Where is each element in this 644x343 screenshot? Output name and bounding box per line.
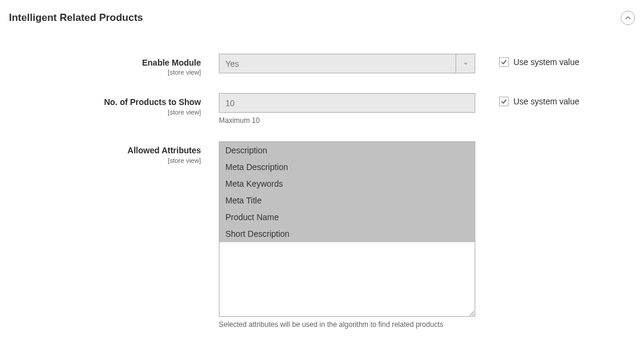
use-system-checkbox-enable-module[interactable] — [499, 57, 509, 67]
option-meta-keywords[interactable]: Meta Keywords — [219, 175, 475, 192]
label-col: No. of Products to Show [store view] — [9, 93, 219, 116]
enable-module-value: Yes — [219, 54, 475, 73]
helper-allowed-attributes: Selected attributes will be used in the … — [219, 320, 475, 329]
products-to-show-input — [219, 93, 475, 113]
form-content: Enable Module [store view] Yes Use syste… — [0, 36, 644, 343]
field-col: Description Meta Description Meta Keywor… — [219, 141, 475, 329]
scope-products-to-show: [store view] — [9, 108, 201, 116]
label-enable-module: Enable Module — [9, 57, 201, 68]
row-allowed-attributes: Allowed Attributes [store view] Descript… — [9, 141, 635, 329]
helper-products-to-show: Maximum 10 — [219, 116, 475, 125]
label-col: Allowed Attributes [store view] — [9, 141, 219, 164]
option-meta-description[interactable]: Meta Description — [219, 159, 475, 175]
chevron-up-icon — [625, 15, 631, 21]
scope-enable-module: [store view] — [9, 68, 201, 76]
option-short-description[interactable]: Short Description — [219, 225, 475, 242]
label-products-to-show: No. of Products to Show — [9, 97, 201, 107]
use-system-label: Use system value — [513, 57, 579, 67]
option-description[interactable]: Description — [219, 142, 475, 159]
section-title: Intelligent Related Products — [9, 12, 143, 24]
checkbox-col: Use system value — [475, 54, 579, 67]
enable-module-select: Yes — [219, 54, 475, 73]
check-icon — [500, 58, 507, 66]
scope-allowed-attributes: [store view] — [9, 156, 201, 165]
label-col: Enable Module [store view] — [9, 54, 219, 76]
field-col: Yes — [219, 54, 475, 73]
field-col: Maximum 10 — [219, 93, 475, 125]
row-enable-module: Enable Module [store view] Yes Use syste… — [9, 54, 635, 76]
use-system-label: Use system value — [513, 97, 579, 106]
row-products-to-show: No. of Products to Show [store view] Max… — [9, 93, 635, 125]
option-product-name[interactable]: Product Name — [219, 209, 475, 225]
allowed-attributes-multiselect[interactable]: Description Meta Description Meta Keywor… — [219, 141, 475, 317]
label-allowed-attributes: Allowed Attributes — [9, 145, 201, 156]
check-icon — [500, 98, 507, 105]
use-system-checkbox-products-to-show[interactable] — [499, 97, 509, 106]
checkbox-col: Use system value — [475, 93, 579, 106]
section-header: Intelligent Related Products — [0, 0, 644, 36]
collapse-toggle-button[interactable] — [621, 11, 635, 25]
option-meta-title[interactable]: Meta Title — [219, 192, 475, 209]
